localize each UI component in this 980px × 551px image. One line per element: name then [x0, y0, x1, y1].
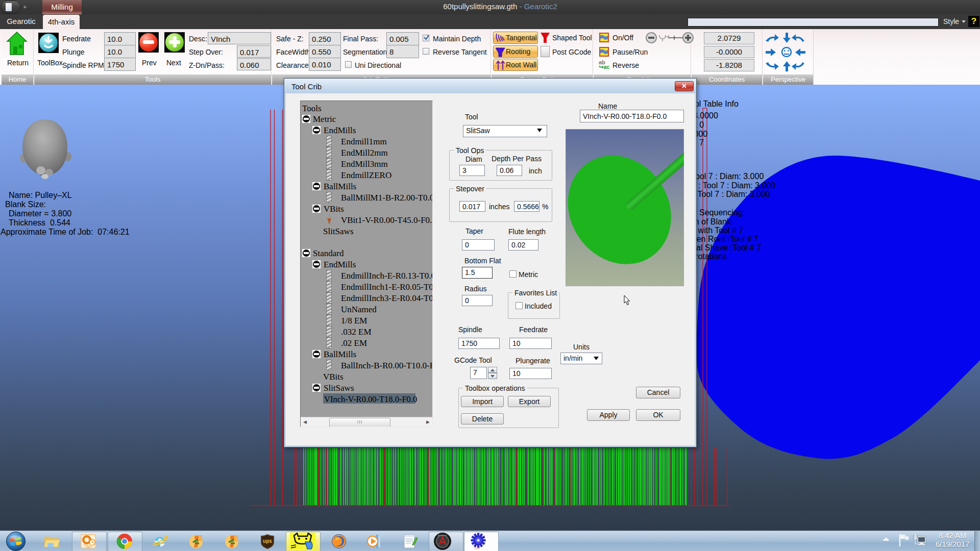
svg-text:ARTSOFT: ARTSOFT: [438, 534, 448, 537]
svg-text:ups: ups: [263, 538, 272, 544]
svg-text:3.14: 3.14: [474, 546, 480, 549]
